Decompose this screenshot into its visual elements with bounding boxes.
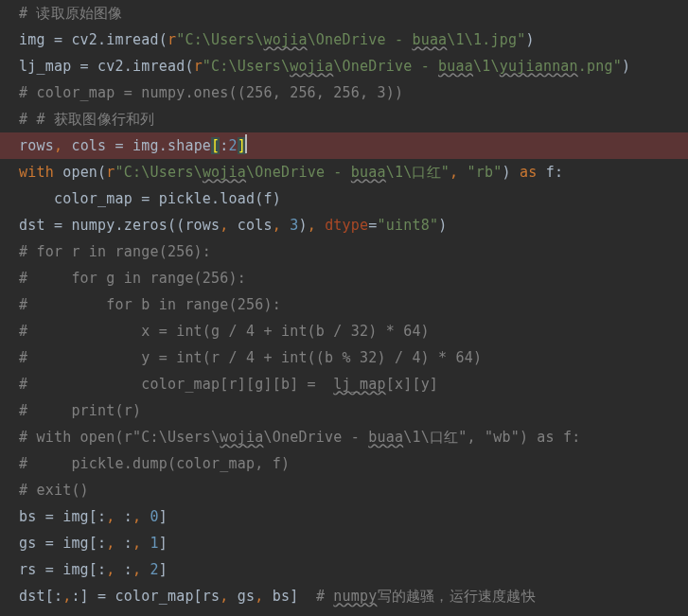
code-line: # for g in range(256): <box>19 265 688 291</box>
code-line: img = cv2.imread(r"C:\Users\wojia\OneDri… <box>19 26 688 53</box>
bracket-match: [ <box>211 137 220 154</box>
text-caret <box>245 134 247 153</box>
code-line: lj_map = cv2.imread(r"C:\Users\wojia\One… <box>19 53 688 79</box>
code-editor[interactable]: # 读取原始图像 img = cv2.imread(r"C:\Users\woj… <box>0 0 688 609</box>
code-line: dst = numpy.zeros((rows, cols, 3), dtype… <box>19 212 688 238</box>
code-line: # for b in range(256): <box>19 291 688 318</box>
code-line: rs = img[:, :, 2] <box>19 556 688 583</box>
code-line-current: rows, cols = img.shape[:2] <box>19 132 688 159</box>
code-line: # # 获取图像行和列 <box>19 106 688 132</box>
code-line: # with open(r"C:\Users\wojia\OneDrive - … <box>19 424 688 450</box>
code-line: # color_map[r][g][b] = lj_map[x][y] <box>19 371 688 397</box>
code-line: # color_map = numpy.ones((256, 256, 256,… <box>19 79 688 106</box>
code-line: # exit() <box>19 477 688 503</box>
code-line: bs = img[:, :, 0] <box>19 503 688 530</box>
code-line: gs = img[:, :, 1] <box>19 530 688 556</box>
comment: # 读取原始图像 <box>19 5 123 22</box>
code-line: # x = int(g / 4 + int(b / 32) * 64) <box>19 318 688 344</box>
code-line: dst[:,:] = color_map[rs, gs, bs] # numpy… <box>19 583 688 609</box>
code-line: # for r in range(256): <box>19 238 688 265</box>
code-line: with open(r"C:\Users\wojia\OneDrive - bu… <box>19 159 688 185</box>
code-line: # print(r) <box>19 397 688 424</box>
code-line: # 读取原始图像 <box>19 0 688 26</box>
code-line: # pickle.dump(color_map, f) <box>19 450 688 477</box>
code-line: # y = int(r / 4 + int((b % 32) / 4) * 64… <box>19 344 688 371</box>
code-line: color_map = pickle.load(f) <box>19 185 688 212</box>
